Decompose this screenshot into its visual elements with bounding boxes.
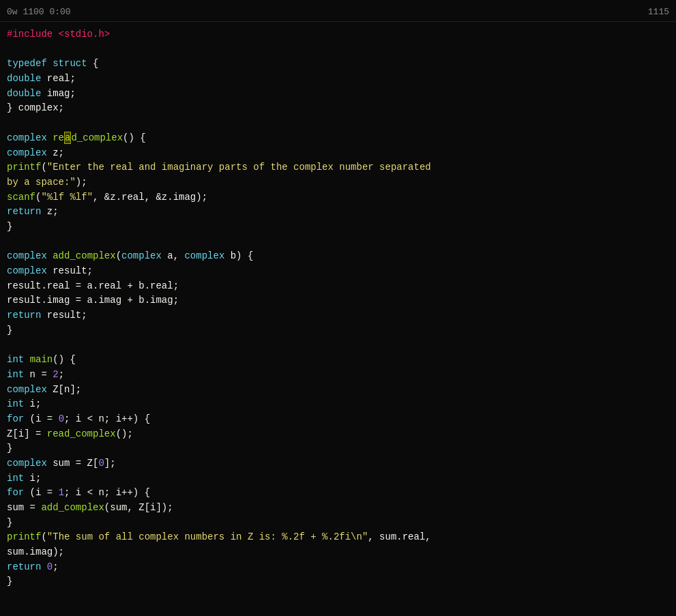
code-line-blank-2: [7, 116, 669, 131]
code-line-20: return result;: [7, 308, 669, 323]
code-line-11: by a space:");: [7, 175, 669, 190]
code-line-3: typedef struct {: [7, 57, 669, 72]
code-line-37: return 0;: [7, 560, 669, 575]
code-line-9: complex z;: [7, 146, 669, 161]
code-line-23: int main() {: [7, 353, 669, 368]
code-line-27: for (i = 0; i < n; i++) {: [7, 412, 669, 427]
code-line-19: result.imag = a.imag + b.imag;: [7, 293, 669, 308]
code-line-18: result.real = a.real + b.real;: [7, 279, 669, 294]
code-line-1: #include <stdio.h>: [7, 27, 669, 42]
code-line-25: complex Z[n];: [7, 383, 669, 398]
code-line-35: printf("The sum of all complex numbers i…: [7, 530, 669, 545]
code-line-5: double imag;: [7, 87, 669, 102]
code-editor: 0w 1100 0:00 1115 #include <stdio.h> typ…: [0, 0, 676, 616]
code-line-36: sum.imag);: [7, 545, 669, 560]
code-line-blank-1: [7, 42, 669, 57]
top-bar: 0w 1100 0:00 1115: [0, 5, 676, 22]
code-line-38: }: [7, 574, 669, 589]
code-line-10: printf("Enter the real and imaginary par…: [7, 160, 669, 175]
code-line-14: }: [7, 220, 669, 235]
code-line-32: for (i = 1; i < n; i++) {: [7, 486, 669, 501]
code-line-13: return z;: [7, 205, 669, 220]
code-line-8: complex read_complex() {: [7, 131, 669, 146]
code-line-31: int i;: [7, 471, 669, 486]
code-line-6: } complex;: [7, 101, 669, 116]
code-block: #include <stdio.h> typedef struct { doub…: [0, 27, 676, 589]
code-line-28: Z[i] = read_complex();: [7, 427, 669, 442]
code-line-30: complex sum = Z[0];: [7, 456, 669, 471]
code-line-blank-3: [7, 235, 669, 250]
code-line-16: complex add_complex(complex a, complex b…: [7, 249, 669, 264]
code-line-17: complex result;: [7, 264, 669, 279]
code-line-29: }: [7, 441, 669, 456]
code-line-21: }: [7, 323, 669, 338]
code-line-33: sum = add_complex(sum, Z[i]);: [7, 501, 669, 516]
code-line-24: int n = 2;: [7, 368, 669, 383]
code-line-26: int i;: [7, 397, 669, 412]
top-bar-right: 1115: [648, 7, 669, 17]
code-line-12: scanf("%lf %lf", &z.real, &z.imag);: [7, 190, 669, 205]
code-line-34: }: [7, 516, 669, 531]
code-line-blank-4: [7, 338, 669, 353]
code-line-4: double real;: [7, 72, 669, 87]
top-bar-left: 0w 1100 0:00: [7, 7, 71, 17]
